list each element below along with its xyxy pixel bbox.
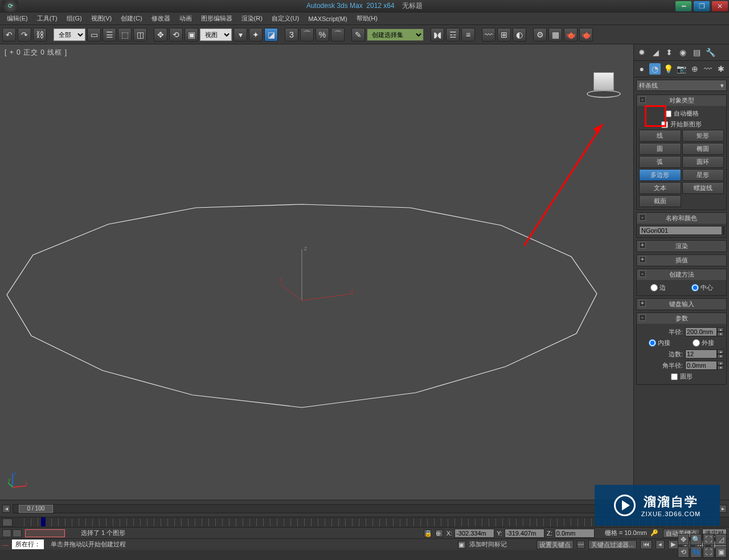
center-radio[interactable] — [691, 284, 699, 291]
viewcube[interactable] — [585, 71, 622, 98]
utilities-tab-icon[interactable]: 🔧 — [705, 47, 716, 58]
key-icon[interactable]: 🔑 — [650, 529, 661, 537]
align-icon[interactable]: ☲ — [446, 28, 460, 42]
menu-grapheditor[interactable]: 图形编辑器 — [198, 13, 236, 24]
close-button[interactable]: ✕ — [712, 1, 728, 11]
menu-modifier[interactable]: 修改器 — [148, 13, 174, 24]
systems-icon[interactable]: ✱ — [716, 63, 727, 75]
menu-render[interactable]: 渲染(R) — [238, 13, 266, 24]
menu-group[interactable]: 组(G) — [63, 13, 85, 24]
create-tab-icon[interactable]: ✹ — [636, 47, 648, 58]
link-icon[interactable]: ⛓ — [33, 28, 47, 42]
maximize-button[interactable]: ❐ — [694, 1, 710, 11]
rect-select-icon[interactable]: ⬚ — [118, 28, 132, 42]
keyfilter-button[interactable]: 关键点过滤器... — [588, 540, 637, 549]
rollout-keyboard[interactable]: +键盘输入 — [637, 299, 726, 310]
pan-icon[interactable]: ✥ — [678, 534, 689, 545]
menu-create[interactable]: 创建(C) — [117, 13, 145, 24]
mirror-icon[interactable]: ◗◖ — [431, 28, 444, 42]
lock-icon[interactable]: 🔒 — [424, 529, 432, 537]
circum-radio[interactable] — [693, 339, 700, 347]
min-max-icon[interactable]: ▣ — [715, 546, 727, 558]
setkey-button[interactable]: 设置关键点 — [536, 540, 574, 549]
time-prev-icon[interactable]: ◂ — [2, 505, 10, 513]
ruler-toggle-icon[interactable] — [2, 518, 13, 526]
time-marker[interactable] — [41, 517, 46, 526]
obj-ngon[interactable]: 多边形 — [639, 169, 681, 181]
material-icon[interactable]: ◐ — [513, 28, 526, 42]
render-prod-icon[interactable]: 🫖 — [579, 28, 593, 42]
manip-icon[interactable]: ✦ — [249, 28, 263, 42]
ref-coord-select[interactable]: 视图 — [200, 28, 232, 41]
maximize-vp-icon[interactable]: ⛶ — [703, 546, 714, 558]
obj-helix[interactable]: 螺旋线 — [682, 182, 724, 194]
pivot-icon[interactable]: ▾ — [234, 28, 247, 42]
render-frame-icon[interactable]: ▦ — [548, 28, 562, 42]
display-tab-icon[interactable]: ▤ — [691, 47, 702, 58]
menu-customize[interactable]: 自定义(U) — [268, 13, 302, 24]
cameras-icon[interactable]: 📷 — [676, 63, 687, 75]
layer-icon[interactable]: ≡ — [461, 28, 475, 42]
move-icon[interactable]: ✥ — [154, 28, 167, 42]
status-icon-1[interactable] — [2, 529, 11, 537]
window-cross-icon[interactable]: ◫ — [133, 28, 147, 42]
obj-circle[interactable]: 圆 — [639, 143, 681, 155]
angle-snap-icon[interactable]: ⌒ — [300, 28, 314, 42]
track-bar[interactable] — [25, 529, 65, 537]
play-icon[interactable]: ▶ — [668, 540, 678, 549]
geometry-icon[interactable]: ● — [636, 63, 647, 75]
spinner-down-icon[interactable]: ▾ — [717, 332, 724, 336]
rollout-object-type[interactable]: -对象类型 — [637, 95, 726, 106]
render-icon[interactable]: 🫖 — [564, 28, 578, 42]
edge-radio[interactable] — [650, 284, 658, 291]
zoom-icon[interactable]: 🔍 — [690, 534, 702, 545]
render-setup-icon[interactable]: ⚙ — [533, 28, 547, 42]
redo-icon[interactable]: ↷ — [18, 28, 31, 42]
obj-arc[interactable]: 弧 — [639, 156, 681, 168]
schematic-icon[interactable]: ⊞ — [497, 28, 511, 42]
percent-snap-icon[interactable]: % — [316, 28, 329, 42]
corner-input[interactable] — [685, 361, 717, 370]
tag-icon[interactable]: ▣ — [458, 541, 466, 549]
fov-icon[interactable]: ◿ — [715, 534, 727, 545]
rollout-create-method[interactable]: -创建方法 — [637, 269, 726, 280]
helpers-icon[interactable]: ⊕ — [689, 63, 700, 75]
keymode-icon[interactable]: 〰 — [577, 541, 585, 549]
inscribe-radio[interactable] — [649, 339, 656, 347]
viewport-label[interactable]: [ + 0 正交 0 线框 ] — [5, 48, 67, 57]
shape-category-dropdown[interactable]: 样条线▾ — [636, 80, 727, 91]
status-icon-2[interactable] — [13, 529, 22, 537]
zoom-ext-icon[interactable]: ⛶ — [703, 534, 714, 545]
circular-checkbox[interactable] — [671, 373, 678, 380]
menu-view[interactable]: 视图(V) — [88, 13, 116, 24]
prev-frame-icon[interactable]: ◂ — [656, 540, 665, 549]
snap3-icon[interactable]: 3 — [285, 28, 298, 42]
time-next-icon[interactable]: ▸ — [719, 505, 727, 513]
object-name-input[interactable] — [639, 226, 722, 235]
sides-input[interactable] — [685, 349, 717, 359]
obj-star[interactable]: 星形 — [682, 169, 724, 181]
editnamed-icon[interactable]: ✎ — [351, 28, 365, 42]
rollout-render[interactable]: +渲染 — [637, 241, 726, 252]
obj-ellipse[interactable]: 椭圆 — [682, 143, 724, 155]
orbit-icon[interactable]: ⟲ — [678, 546, 689, 558]
obj-donut[interactable]: 圆环 — [682, 156, 724, 168]
menu-maxscript[interactable]: MAXScript(M) — [305, 14, 350, 23]
select-name-icon[interactable]: ☰ — [103, 28, 116, 42]
app-icon[interactable]: ⟳ — [2, 1, 18, 12]
time-thumb[interactable]: 0 / 100 — [19, 505, 53, 513]
obj-rectangle[interactable]: 矩形 — [682, 130, 724, 142]
obj-section[interactable]: 截面 — [639, 195, 681, 207]
walk-icon[interactable]: 👣 — [690, 546, 702, 558]
radius-input[interactable] — [685, 327, 717, 336]
rotate-icon[interactable]: ⟲ — [169, 28, 183, 42]
obj-text[interactable]: 文本 — [639, 182, 681, 194]
scale-icon[interactable]: ▣ — [185, 28, 198, 42]
menu-tools[interactable]: 工具(T) — [34, 13, 61, 24]
spacewarps-icon[interactable]: 〰 — [702, 63, 713, 75]
undo-icon[interactable]: ↶ — [2, 28, 16, 42]
object-color-swatch[interactable] — [723, 226, 724, 235]
hierarchy-tab-icon[interactable]: ⬍ — [664, 47, 675, 58]
abs-rel-icon[interactable]: ⊕ — [435, 529, 443, 537]
named-selection-set[interactable]: 创建选择集 — [367, 28, 424, 41]
